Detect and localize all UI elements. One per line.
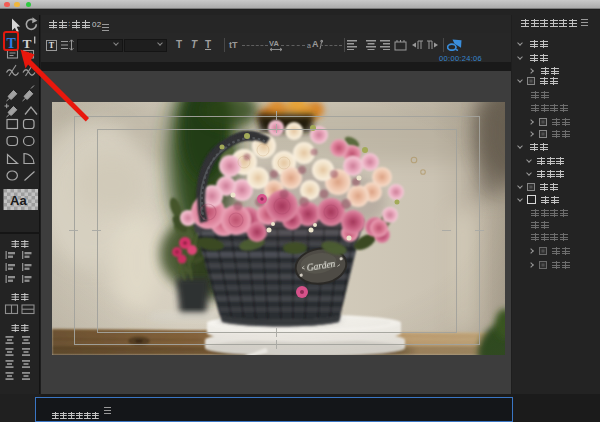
svg-text:A: A bbox=[312, 39, 319, 49]
svg-text:a: a bbox=[307, 42, 311, 49]
svg-text:Aa: Aa bbox=[10, 193, 27, 208]
svg-text:VA: VA bbox=[269, 39, 279, 48]
